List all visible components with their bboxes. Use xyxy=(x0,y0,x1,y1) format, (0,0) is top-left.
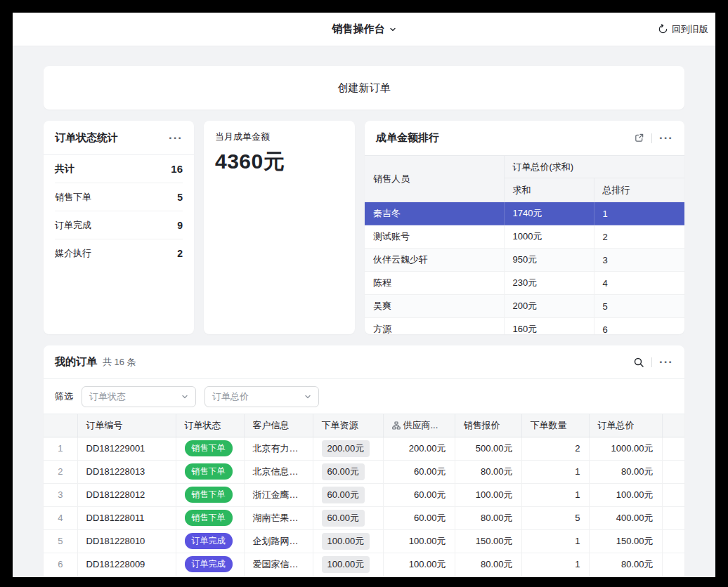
ranking-name: 测试账号 xyxy=(365,225,504,249)
order-qty: 1 xyxy=(521,529,589,553)
app-title-dropdown[interactable]: 销售操作台 xyxy=(332,22,396,36)
orders-col-status: 订单状态 xyxy=(176,414,244,437)
status-value: 2 xyxy=(177,248,183,259)
order-row[interactable]: 4DD181228011销售下单湖南芒果娱...60.00元60.00元80.0… xyxy=(44,506,684,529)
filter-order-status-placeholder: 订单状态 xyxy=(89,390,126,403)
ranking-row[interactable]: 方源160元6 xyxy=(365,318,684,335)
more-icon[interactable]: ··· xyxy=(169,132,183,144)
orders-count: 共 16 条 xyxy=(103,356,136,369)
order-supplier: 100.00元 xyxy=(383,553,455,576)
filter-order-status-select[interactable]: 订单状态 xyxy=(82,386,196,407)
order-status: 销售下单 xyxy=(176,506,244,529)
order-row[interactable]: 5DD181228010订单完成企划路网络...100.00元100.00元15… xyxy=(44,529,684,553)
order-status: 订单完成 xyxy=(176,529,244,553)
ranking-col-group: 订单总价(求和) xyxy=(504,156,684,178)
status-label: 销售下单 xyxy=(55,191,91,204)
chevron-down-icon xyxy=(304,393,311,400)
resource-pill: 200.00元 xyxy=(322,440,370,457)
order-supplier: 200.00元 xyxy=(383,437,455,460)
order-customer: 北京信息大... xyxy=(244,460,313,483)
more-icon[interactable]: ··· xyxy=(659,356,673,368)
order-qty: 5 xyxy=(521,506,589,529)
order-extra xyxy=(662,506,684,529)
order-no: DD181228012 xyxy=(77,483,176,506)
resource-pill: 60.00元 xyxy=(322,487,365,503)
orders-table: 订单编号 订单状态 客户信息 下单资源 供应商... xyxy=(44,414,684,576)
order-customer: 湖南芒果娱... xyxy=(244,506,313,529)
ranking-row[interactable]: 伙伴云魏少轩950元3 xyxy=(365,249,684,272)
status-row: 共计16 xyxy=(55,155,183,183)
resource-pill: 100.00元 xyxy=(322,533,370,550)
ranking-name: 方源 xyxy=(365,318,504,335)
order-customer: 浙江金鹰卡... xyxy=(244,483,313,506)
status-card-header: 订单状态统计 ··· xyxy=(44,121,194,155)
order-total: 1000.00元 xyxy=(589,437,662,460)
create-order-button[interactable]: 创建新订单 xyxy=(44,66,684,110)
ranking-name: 秦吉冬 xyxy=(365,202,504,225)
orders-col-index xyxy=(44,414,77,437)
back-to-old-version-button[interactable]: 回到旧版 xyxy=(658,13,708,46)
ranking-row[interactable]: 吴爽200元5 xyxy=(365,295,684,318)
icon-divider xyxy=(651,133,652,143)
order-row[interactable]: 3DD181228012销售下单浙江金鹰卡...60.00元60.00元100.… xyxy=(44,483,684,506)
more-icon[interactable]: ··· xyxy=(659,132,673,144)
order-status: 销售下单 xyxy=(176,437,244,460)
order-row[interactable]: 6DD181228009订单完成爱国家信息...100.00元100.00元80… xyxy=(44,553,684,576)
ranking-row[interactable]: 秦吉冬1740元1 xyxy=(365,202,684,225)
order-qty: 1 xyxy=(521,460,589,483)
dashboard-cards-row: 订单状态统计 ··· 共计16销售下单5订单完成9媒介执行2 当月成单金额 43… xyxy=(44,121,684,334)
orders-card-header: 我的订单 共 16 条 ··· xyxy=(44,345,684,379)
ranking-rank: 5 xyxy=(594,295,684,318)
resource-pill: 100.00元 xyxy=(322,556,370,573)
ranking-name: 陈程 xyxy=(365,272,504,295)
app-window: 销售操作台 回到旧版 创建新订单 订单状态统计 ··· 共计16销售下单5订单完… xyxy=(13,13,715,577)
ranking-col-sum: 求和 xyxy=(504,178,594,202)
filter-order-total-placeholder: 订单总价 xyxy=(212,390,249,403)
order-total: 80.00元 xyxy=(589,460,662,483)
orders-col-extra xyxy=(662,414,684,437)
orders-col-quote: 销售报价 xyxy=(455,414,521,437)
app-title: 销售操作台 xyxy=(332,22,385,36)
orders-col-resource: 下单资源 xyxy=(313,414,383,437)
ranking-table-body: 秦吉冬1740元1测试账号1000元2伙伴云魏少轩950元3陈程230元4吴爽2… xyxy=(365,202,684,335)
order-supplier: 60.00元 xyxy=(383,506,455,529)
back-label: 回到旧版 xyxy=(672,23,708,36)
order-index: 1 xyxy=(44,437,77,460)
search-icon[interactable] xyxy=(633,357,644,368)
status-badge: 销售下单 xyxy=(185,440,233,456)
order-customer: 北京有力量... xyxy=(244,437,313,460)
status-badge: 订单完成 xyxy=(185,533,233,549)
ranking-name: 伙伴云魏少轩 xyxy=(365,249,504,272)
ranking-row[interactable]: 测试账号1000元2 xyxy=(365,225,684,249)
status-badge: 销售下单 xyxy=(185,487,233,503)
resource-pill: 60.00元 xyxy=(322,463,365,480)
order-total: 150.00元 xyxy=(589,529,662,553)
order-qty: 1 xyxy=(521,483,589,506)
ranking-sum: 1000元 xyxy=(504,225,594,249)
order-index: 4 xyxy=(44,506,77,529)
amount-card-title: 当月成单金额 xyxy=(215,131,344,143)
order-quote: 500.00元 xyxy=(455,437,521,460)
order-supplier: 100.00元 xyxy=(383,529,455,553)
status-value: 5 xyxy=(177,192,183,203)
order-status: 销售下单 xyxy=(176,460,244,483)
order-status-card: 订单状态统计 ··· 共计16销售下单5订单完成9媒介执行2 xyxy=(44,121,194,334)
ranking-rank: 4 xyxy=(594,272,684,295)
order-quote: 150.00元 xyxy=(455,529,521,553)
order-qty: 2 xyxy=(521,437,589,460)
ranking-rank: 6 xyxy=(594,318,684,335)
ranking-sum: 1740元 xyxy=(504,202,594,225)
order-resource: 60.00元 xyxy=(313,483,383,506)
order-qty: 1 xyxy=(521,553,589,576)
order-status: 销售下单 xyxy=(176,483,244,506)
order-extra xyxy=(662,483,684,506)
chevron-down-icon xyxy=(181,393,188,400)
ranking-row[interactable]: 陈程230元4 xyxy=(365,272,684,295)
filter-order-total-select[interactable]: 订单总价 xyxy=(204,386,319,407)
order-row[interactable]: 2DD181228013销售下单北京信息大...60.00元60.00元80.0… xyxy=(44,460,684,483)
status-label: 媒介执行 xyxy=(55,247,91,260)
order-index: 5 xyxy=(44,529,77,553)
order-row[interactable]: 1DD181229001销售下单北京有力量...200.00元200.00元50… xyxy=(44,437,684,460)
ranking-col-rank: 总排行 xyxy=(594,178,684,202)
export-icon[interactable] xyxy=(634,133,644,143)
